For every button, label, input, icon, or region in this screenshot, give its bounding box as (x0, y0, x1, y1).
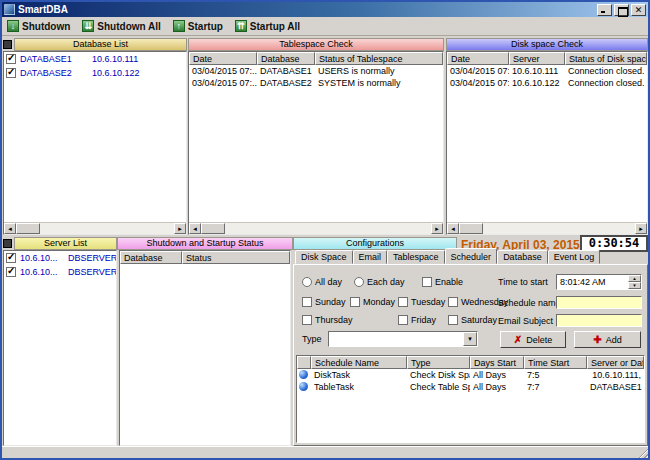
tab-tablespace[interactable]: Tablespace (387, 250, 445, 264)
column-header-schedule-name[interactable]: Schedule Name (311, 356, 407, 369)
toolbar: Shutdown Shutdown All Startup Startup Al… (2, 17, 648, 36)
scroll-right-button[interactable] (635, 223, 647, 234)
tablespace-check-header: Tablespace Check (188, 38, 444, 51)
column-header-database[interactable]: Database (120, 251, 182, 264)
cell-date: 03/04/2015 07:... (447, 66, 509, 76)
resize-grip[interactable] (636, 446, 648, 458)
database2-checkbox[interactable] (6, 68, 16, 78)
shutdown-all-button[interactable]: Shutdown All (82, 20, 161, 32)
column-header-status[interactable]: Status (182, 251, 290, 264)
minimize-button[interactable] (597, 4, 612, 16)
panel-grip-button-bottom[interactable] (3, 239, 12, 248)
server-row[interactable]: 10.6.10... DBSERVER_01 (4, 251, 116, 265)
tab-scheduler[interactable]: Scheduler (445, 248, 498, 264)
scroll-left-button[interactable] (4, 223, 16, 234)
scroll-right-button[interactable] (431, 223, 443, 234)
startup-icon (173, 20, 185, 32)
scroll-track[interactable] (483, 223, 635, 234)
database-row[interactable]: DATABASE2 10.6.10.122 (4, 66, 186, 80)
table-row[interactable]: 03/04/2015 07:... DATABASE1 USERS is nor… (189, 65, 443, 77)
scroll-track[interactable] (225, 223, 431, 234)
column-header-status[interactable]: Status of Tablespace (315, 52, 443, 65)
tab-event-log[interactable]: Event Log (548, 250, 601, 264)
column-header-date[interactable]: Date (189, 52, 257, 65)
startup-all-icon (235, 20, 247, 32)
column-header-date[interactable]: Date (447, 52, 509, 65)
cell-time-start: 7:5 (524, 370, 587, 380)
email-subject-input[interactable] (556, 314, 642, 327)
cell-days-start: All Days (470, 382, 524, 392)
scroll-thumb[interactable] (201, 223, 225, 234)
friday-checkbox[interactable]: Friday (398, 315, 436, 325)
checkbox-icon[interactable] (422, 277, 432, 287)
spin-down-button[interactable]: ▾ (628, 282, 641, 289)
type-dropdown[interactable]: ▾ (328, 331, 478, 347)
shutdown-status-panel: Database Status (119, 250, 291, 446)
checkbox-icon[interactable] (448, 297, 458, 307)
column-header-time-start[interactable]: Time Start (524, 356, 587, 369)
scroll-right-button[interactable] (174, 223, 186, 234)
column-header-status[interactable]: Status of Disk space (565, 52, 647, 65)
add-button[interactable]: ✚ Add (574, 331, 641, 348)
cell-date: 03/04/2015 07:... (189, 66, 257, 76)
checkbox-icon[interactable] (302, 297, 312, 307)
tuesday-checkbox[interactable]: Tuesday (398, 297, 445, 307)
radio-icon[interactable] (302, 277, 312, 287)
disk-space-check-panel: Date Server Status of Disk space 03/04/2… (446, 51, 648, 235)
chevron-down-icon[interactable]: ▾ (463, 332, 477, 346)
startup-all-button[interactable]: Startup All (235, 20, 300, 32)
shutdown-button[interactable]: Shutdown (7, 20, 70, 32)
scroll-track[interactable] (40, 223, 174, 234)
saturday-checkbox[interactable]: Saturday (448, 315, 497, 325)
column-header-days-start[interactable]: Days Start (470, 356, 524, 369)
time-to-start-field[interactable]: 8:01:42 AM ▴ ▾ (556, 274, 642, 290)
delete-button[interactable]: ✗ Delete (500, 331, 566, 348)
cell-status: Connection closed. (565, 78, 647, 88)
cell-status: SYSTEM is normally (315, 78, 443, 88)
monday-checkbox[interactable]: Monday (350, 297, 395, 307)
scroll-left-button[interactable] (189, 223, 201, 234)
cell-server: DATABASE1 (587, 382, 644, 392)
sunday-checkbox[interactable]: Sunday (302, 297, 346, 307)
checkbox-icon[interactable] (448, 315, 458, 325)
table-row[interactable]: 03/04/2015 07:... DATABASE2 SYSTEM is no… (189, 77, 443, 89)
column-header-icon[interactable] (297, 356, 311, 369)
database1-checkbox[interactable] (6, 54, 16, 64)
server-row[interactable]: 10.6.10... DBSERVER_02 (4, 265, 116, 279)
type-label: Type (302, 334, 322, 344)
scroll-thumb[interactable] (459, 223, 483, 234)
column-header-database[interactable]: Database (257, 52, 315, 65)
server1-checkbox[interactable] (6, 253, 16, 263)
tab-email[interactable]: Email (353, 250, 388, 264)
panel-grip-button-top[interactable] (3, 40, 12, 49)
radio-icon[interactable] (354, 277, 364, 287)
tab-database[interactable]: Database (497, 250, 548, 264)
startup-button[interactable]: Startup (173, 20, 223, 32)
status-column-headers: Database Status (120, 251, 290, 264)
checkbox-icon[interactable] (398, 297, 408, 307)
column-header-type[interactable]: Type (407, 356, 470, 369)
schedule-row[interactable]: DiskTask Check Disk Spa... All Days 7:5 … (297, 369, 644, 381)
close-button[interactable] (631, 4, 646, 16)
all-day-radio[interactable]: All day (302, 277, 342, 287)
server2-checkbox[interactable] (6, 267, 16, 277)
database-row[interactable]: DATABASE1 10.6.10.111 (4, 52, 186, 66)
table-row[interactable]: 03/04/2015 07:... 10.6.10.111 Connection… (447, 65, 647, 77)
schedule-row[interactable]: TableTask Check Table Sp... All Days 7:7… (297, 381, 644, 393)
checkbox-icon[interactable] (302, 315, 312, 325)
shutdown-icon (7, 20, 19, 32)
each-day-radio[interactable]: Each day (354, 277, 405, 287)
thursday-checkbox[interactable]: Thursday (302, 315, 353, 325)
scroll-thumb[interactable] (16, 223, 40, 234)
scroll-left-button[interactable] (447, 223, 459, 234)
spin-up-button[interactable]: ▴ (628, 275, 641, 282)
column-header-server[interactable]: Server (509, 52, 565, 65)
enable-checkbox[interactable]: Enable (422, 277, 463, 287)
table-row[interactable]: 03/04/2015 07:... 10.6.10.122 Connection… (447, 77, 647, 89)
maximize-button[interactable] (614, 4, 629, 16)
column-header-server[interactable]: Server or Dat (587, 356, 644, 369)
checkbox-icon[interactable] (398, 315, 408, 325)
schedule-name-input[interactable] (556, 296, 642, 309)
tab-disk-space[interactable]: Disk Space (295, 250, 353, 264)
checkbox-icon[interactable] (350, 297, 360, 307)
